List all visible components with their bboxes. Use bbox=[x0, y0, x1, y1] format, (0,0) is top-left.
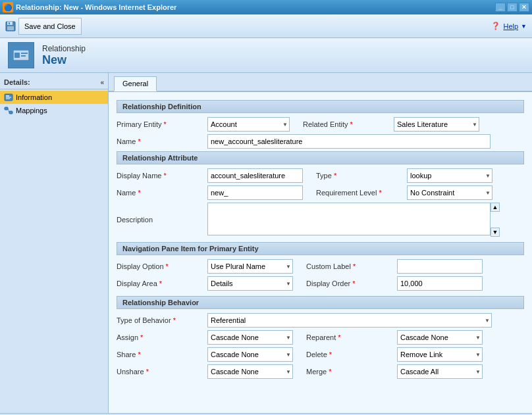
display-area-label: Display Area * bbox=[117, 280, 202, 287]
section-nav-pane: Navigation Pane Item for Primary Entity bbox=[117, 242, 524, 255]
merge-select[interactable]: Cascade All bbox=[397, 364, 483, 379]
help-arrow[interactable]: ▼ bbox=[521, 23, 527, 30]
req-level-label: Requirement Level * bbox=[316, 189, 402, 197]
reparent-select-wrapper[interactable]: Cascade None bbox=[397, 330, 483, 345]
display-name-row: Display Name * bbox=[117, 168, 303, 183]
related-entity-select-wrapper[interactable]: Sales Literature bbox=[394, 117, 479, 132]
display-order-row: Display Order * bbox=[306, 276, 483, 291]
type-label: Type * bbox=[316, 172, 402, 180]
primary-entity-select[interactable]: Account bbox=[207, 117, 290, 132]
attr-name-req-row: Name * Requirement Level * No Constraint bbox=[117, 185, 524, 200]
display-order-input[interactable] bbox=[397, 276, 483, 291]
svg-rect-6 bbox=[21, 53, 28, 54]
content-area: General Relationship Definition Primary … bbox=[109, 73, 532, 413]
assign-select-wrapper[interactable]: Cascade None bbox=[207, 330, 293, 345]
share-select-wrapper[interactable]: Cascade None bbox=[207, 347, 293, 362]
merge-row: Merge * Cascade All bbox=[306, 364, 483, 379]
description-input[interactable] bbox=[207, 203, 491, 235]
description-wrapper: ▲ ▼ bbox=[207, 203, 491, 237]
share-delete-row: Share * Cascade None Delete * Remove bbox=[117, 347, 524, 362]
close-button[interactable]: ✕ bbox=[519, 3, 529, 12]
reparent-select[interactable]: Cascade None bbox=[397, 330, 483, 345]
unshare-row: Unshare * Cascade None bbox=[117, 364, 293, 379]
sidebar-item-mappings-label: Mappings bbox=[16, 107, 47, 114]
assign-select[interactable]: Cascade None bbox=[207, 330, 293, 345]
help-icon: ❓ bbox=[491, 22, 500, 30]
main-layout: Details: « Information bbox=[0, 73, 532, 413]
header-text: Relationship New bbox=[42, 44, 86, 67]
delete-row: Delete * Remove Link bbox=[306, 347, 483, 362]
display-option-select[interactable]: Use Plural Name bbox=[207, 259, 293, 274]
app-icon: 🔵 bbox=[3, 2, 13, 12]
unshare-select[interactable]: Cascade None bbox=[207, 364, 293, 379]
expand-bottom-button[interactable]: ▼ bbox=[491, 228, 500, 237]
save-close-label: Save and Close bbox=[24, 22, 76, 30]
display-area-order-row: Display Area * Details Display Order * bbox=[117, 276, 524, 291]
toolbar-left: Save and Close bbox=[5, 18, 82, 35]
title-bar: 🔵 Relationship: New - Windows Internet E… bbox=[0, 0, 532, 14]
merge-select-wrapper[interactable]: Cascade All bbox=[397, 364, 483, 379]
mappings-icon bbox=[4, 106, 13, 115]
reparent-row: Reparent * Cascade None bbox=[306, 330, 483, 345]
toolbar-right: ❓ Help ▼ bbox=[491, 22, 527, 30]
sidebar-collapse-button[interactable]: « bbox=[100, 79, 104, 86]
display-order-label: Display Order * bbox=[306, 280, 392, 287]
save-icon bbox=[5, 21, 16, 32]
svg-rect-13 bbox=[9, 111, 13, 114]
display-name-label: Display Name * bbox=[117, 172, 202, 180]
sidebar-header: Details: « bbox=[0, 76, 108, 89]
title-bar-text: Relationship: New - Windows Internet Exp… bbox=[16, 3, 176, 11]
display-area-select[interactable]: Details bbox=[207, 276, 293, 291]
req-level-select[interactable]: No Constraint bbox=[407, 185, 492, 200]
delete-select-wrapper[interactable]: Remove Link bbox=[397, 347, 483, 362]
sidebar-item-information[interactable]: Information bbox=[0, 91, 108, 104]
save-close-button[interactable]: Save and Close bbox=[18, 18, 82, 35]
entity-type: Relationship bbox=[42, 44, 86, 53]
svg-rect-9 bbox=[6, 95, 9, 97]
name-row: Name * bbox=[117, 134, 524, 149]
unshare-select-wrapper[interactable]: Cascade None bbox=[207, 364, 293, 379]
share-select[interactable]: Cascade None bbox=[207, 347, 293, 362]
name-label: Name * bbox=[117, 137, 202, 145]
attr-name-input[interactable] bbox=[207, 185, 303, 200]
type-row: Type * lookup bbox=[316, 168, 492, 183]
attr-name-row: Name * bbox=[117, 185, 303, 200]
svg-rect-3 bbox=[9, 22, 10, 24]
expand-top-button[interactable]: ▲ bbox=[491, 203, 500, 212]
restore-button[interactable]: □ bbox=[507, 3, 518, 12]
display-area-row: Display Area * Details bbox=[117, 276, 293, 291]
form-content: Relationship Definition Primary Entity *… bbox=[109, 92, 532, 387]
primary-entity-select-wrapper[interactable]: Account bbox=[207, 117, 290, 132]
related-entity-select[interactable]: Sales Literature bbox=[394, 117, 479, 132]
section-relationship-behavior: Relationship Behavior bbox=[117, 296, 524, 309]
svg-rect-5 bbox=[14, 53, 20, 58]
unshare-label: Unshare * bbox=[117, 368, 202, 376]
tab-general[interactable]: General bbox=[114, 76, 157, 91]
description-row: Description ▲ ▼ bbox=[117, 203, 524, 237]
delete-select[interactable]: Remove Link bbox=[397, 347, 483, 362]
sidebar-title: Details: bbox=[4, 78, 30, 86]
type-of-behavior-select[interactable]: Referential bbox=[207, 313, 492, 328]
sidebar-item-information-label: Information bbox=[16, 93, 52, 101]
type-select[interactable]: lookup bbox=[407, 168, 492, 183]
assign-label: Assign * bbox=[117, 333, 202, 341]
assign-reparent-row: Assign * Cascade None Reparent * Casc bbox=[117, 330, 524, 345]
display-option-custom-label-row: Display Option * Use Plural Name Custom … bbox=[117, 259, 524, 274]
attr-name-label: Name * bbox=[117, 189, 202, 197]
req-level-select-wrapper[interactable]: No Constraint bbox=[407, 185, 492, 200]
svg-rect-2 bbox=[7, 26, 14, 30]
type-of-behavior-select-wrapper[interactable]: Referential bbox=[207, 313, 492, 328]
minimize-button[interactable]: _ bbox=[495, 3, 506, 12]
display-name-input[interactable] bbox=[207, 168, 303, 183]
type-select-wrapper[interactable]: lookup bbox=[407, 168, 492, 183]
help-label[interactable]: Help bbox=[503, 22, 518, 30]
type-of-behavior-row: Type of Behavior * Referential bbox=[117, 313, 524, 328]
entity-name: New bbox=[42, 53, 86, 67]
name-input[interactable] bbox=[207, 134, 491, 149]
title-bar-controls[interactable]: _ □ ✕ bbox=[495, 3, 529, 12]
display-option-select-wrapper[interactable]: Use Plural Name bbox=[207, 259, 293, 274]
sidebar-item-mappings[interactable]: Mappings bbox=[0, 104, 108, 117]
related-entity-label: Related Entity * bbox=[303, 120, 388, 128]
custom-label-input[interactable] bbox=[397, 259, 483, 274]
display-area-select-wrapper[interactable]: Details bbox=[207, 276, 293, 291]
